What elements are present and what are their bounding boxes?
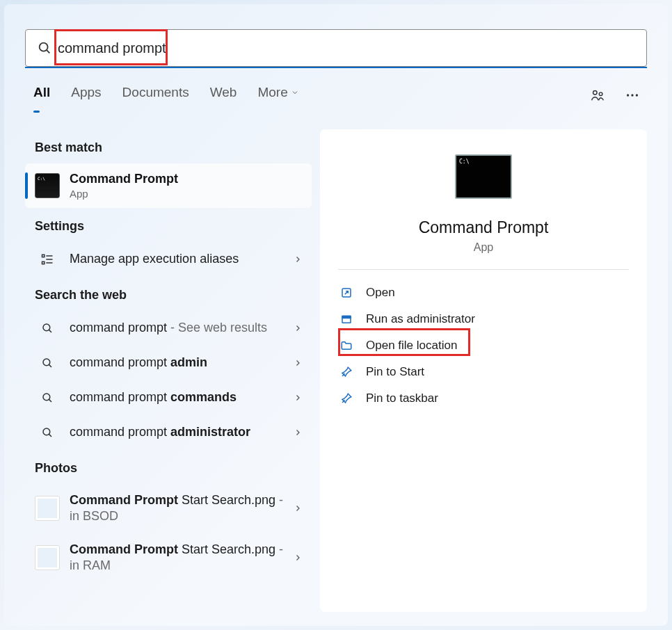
photo-result-label: Command Prompt Start Search.png - in BSO… [70,492,294,525]
svg-point-4 [627,94,629,96]
svg-rect-7 [42,255,45,257]
action-pin-start[interactable]: Pin to Start [334,359,633,385]
web-result-3[interactable]: command prompt administrator [25,415,312,450]
action-pin-taskbar[interactable]: Pin to taskbar [334,385,633,412]
svg-point-16 [43,394,50,401]
action-label: Run as administrator [366,312,475,326]
web-result-label: command prompt admin [70,355,294,371]
svg-point-0 [40,43,48,51]
tab-more[interactable]: More [257,85,298,106]
action-open-file-location[interactable]: Open file location [334,332,633,359]
web-result-label: command prompt - See web results [70,320,294,336]
web-result-1[interactable]: command prompt admin [25,346,312,380]
preview-subtitle: App [474,241,493,254]
svg-point-18 [43,428,50,435]
image-thumbnail-icon [35,496,60,521]
svg-point-3 [599,92,602,96]
image-thumbnail-icon [35,545,60,570]
chevron-right-icon [294,255,302,264]
search-icon [35,391,60,404]
web-result-label: command prompt administrator [70,424,294,440]
svg-line-19 [49,434,51,437]
results-pane: Best match Command Prompt App Settings M… [25,129,312,612]
action-open[interactable]: Open [334,280,633,306]
svg-rect-22 [342,316,351,318]
open-external-icon [339,286,353,300]
action-label: Pin to taskbar [366,391,438,405]
chevron-right-icon [294,553,302,563]
filter-tabs: All Apps Documents Web More [33,85,299,106]
chevron-right-icon [294,323,302,333]
search-icon [35,357,60,369]
web-header: Search the web [25,277,312,311]
command-prompt-icon [455,154,512,199]
search-window: All Apps Documents Web More Best match C… [4,4,668,626]
svg-line-15 [49,364,51,367]
web-result-2[interactable]: command prompt commands [25,380,312,415]
svg-point-6 [636,94,638,96]
web-result-label: command prompt commands [70,389,294,405]
photos-header: Photos [25,450,312,484]
tab-documents[interactable]: Documents [122,85,189,106]
settings-item-execution-aliases[interactable]: Manage app execution aliases [25,242,312,277]
svg-point-12 [43,324,50,331]
top-right-actions [590,88,640,103]
preview-actions: Open Run as administrator Open file loca… [320,277,647,414]
action-run-admin[interactable]: Run as administrator [334,306,633,332]
svg-line-17 [49,399,51,402]
web-result-0[interactable]: command prompt - See web results [25,311,312,346]
best-match-header: Best match [25,129,312,163]
pin-icon [339,365,353,379]
tab-more-label: More [257,85,287,100]
preview-pane: Command Prompt App Open Run as administr… [320,129,647,612]
settings-item-label: Manage app execution aliases [70,251,294,267]
search-bar[interactable] [25,29,647,67]
search-icon [35,322,60,334]
settings-header: Settings [25,208,312,242]
chevron-right-icon [294,358,302,368]
chevron-right-icon [294,393,302,403]
pin-icon [339,391,353,405]
search-icon [37,40,52,56]
tab-web[interactable]: Web [210,85,237,106]
divider [338,269,629,270]
svg-line-1 [47,50,49,53]
command-prompt-icon [35,173,60,198]
settings-list-icon [35,252,60,266]
svg-point-2 [593,91,598,95]
best-match-result[interactable]: Command Prompt App [25,163,312,208]
search-input[interactable] [58,40,635,56]
search-focus-underline [25,67,647,68]
chevron-right-icon [294,503,302,513]
tab-all[interactable]: All [33,85,50,106]
best-match-title: Command Prompt [70,172,178,186]
action-label: Open file location [366,339,457,353]
svg-point-14 [43,359,50,366]
chevron-right-icon [294,428,302,437]
photo-result-1[interactable]: Command Prompt Start Search.png - in RAM [25,533,312,583]
action-label: Open [366,286,395,300]
svg-point-5 [631,94,633,96]
search-icon [35,426,60,439]
more-options-icon[interactable] [625,88,640,103]
svg-rect-8 [42,261,45,264]
photo-result-0[interactable]: Command Prompt Start Search.png - in BSO… [25,484,312,533]
folder-icon [339,339,353,353]
svg-line-13 [49,330,51,332]
tab-apps[interactable]: Apps [71,85,101,106]
contacts-icon[interactable] [590,88,605,103]
photo-result-label: Command Prompt Start Search.png - in RAM [70,542,294,574]
best-match-subtitle: App [70,188,178,200]
chevron-down-icon [291,88,299,97]
action-label: Pin to Start [366,365,424,379]
preview-title: Command Prompt [419,218,549,237]
shield-icon [339,312,353,326]
